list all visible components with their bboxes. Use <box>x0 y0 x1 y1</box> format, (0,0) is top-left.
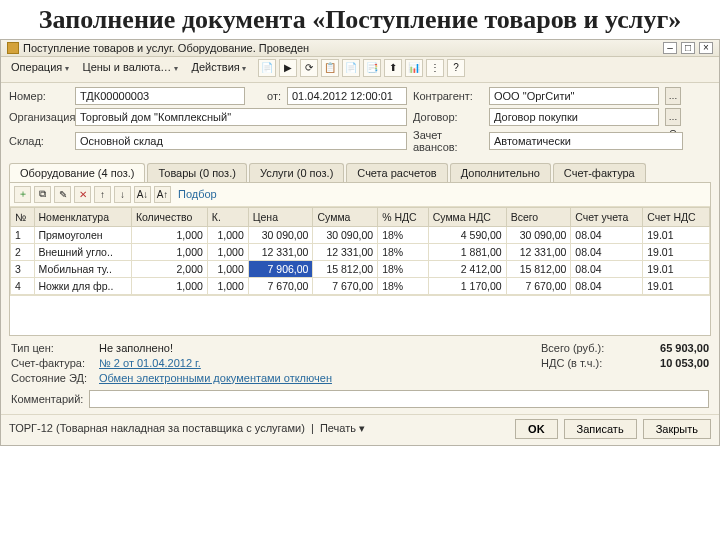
col-sumnds[interactable]: Сумма НДС <box>428 207 506 226</box>
cell[interactable]: 1,000 <box>131 226 207 243</box>
toolbar-icon[interactable]: 📑 <box>363 59 381 77</box>
cell[interactable]: 2 412,00 <box>428 260 506 277</box>
col-total[interactable]: Всего <box>506 207 571 226</box>
save-button[interactable]: Записать <box>564 419 637 439</box>
cell[interactable]: 1 170,00 <box>428 277 506 294</box>
contragent-lookup-button[interactable]: …Q <box>665 87 681 105</box>
cell[interactable]: Ножки для фр.. <box>34 277 131 294</box>
items-grid[interactable]: № Номенклатура Количество К. Цена Сумма … <box>10 207 710 295</box>
cell[interactable]: 15 812,00 <box>313 260 378 277</box>
menu-prices[interactable]: Цены и валюта… <box>77 59 184 80</box>
number-field[interactable]: ТДК00000003 <box>75 87 245 105</box>
ed-link[interactable]: Обмен электронными документами отключен <box>99 372 709 384</box>
cell[interactable]: 08.04 <box>571 260 643 277</box>
cell[interactable]: 08.04 <box>571 226 643 243</box>
toolbar-icon[interactable]: 📄 <box>342 59 360 77</box>
toolbar-icon[interactable]: ⋮ <box>426 59 444 77</box>
toolbar-icon[interactable]: 📋 <box>321 59 339 77</box>
table-row[interactable]: 3Мобильная ту..2,0001,0007 906,0015 812,… <box>11 260 710 277</box>
col-nds[interactable]: % НДС <box>378 207 429 226</box>
cell[interactable]: 12 331,00 <box>313 243 378 260</box>
table-row[interactable]: 4Ножки для фр..1,0001,0007 670,007 670,0… <box>11 277 710 294</box>
col-k[interactable]: К. <box>207 207 248 226</box>
tab-goods[interactable]: Товары (0 поз.) <box>147 163 246 182</box>
cell[interactable]: Прямоуголен <box>34 226 131 243</box>
cell[interactable]: 1,000 <box>131 243 207 260</box>
help-icon[interactable]: ? <box>447 59 465 77</box>
col-price[interactable]: Цена <box>248 207 313 226</box>
toolbar-icon[interactable]: 📊 <box>405 59 423 77</box>
menu-actions[interactable]: Действия <box>186 59 252 80</box>
add-row-icon[interactable]: ＋ <box>14 186 31 203</box>
cell[interactable]: 1,000 <box>207 226 248 243</box>
cell[interactable]: 30 090,00 <box>313 226 378 243</box>
cell[interactable]: 1,000 <box>207 260 248 277</box>
cell[interactable]: 30 090,00 <box>248 226 313 243</box>
cell[interactable]: 08.04 <box>571 277 643 294</box>
col-accnds[interactable]: Счет НДС <box>643 207 710 226</box>
cell[interactable]: 19.01 <box>643 260 710 277</box>
cell[interactable]: 7 670,00 <box>506 277 571 294</box>
org-field[interactable]: Торговый дом "Комплексный" <box>75 108 407 126</box>
cell[interactable]: 30 090,00 <box>506 226 571 243</box>
toolbar-icon[interactable]: ▶ <box>279 59 297 77</box>
cell[interactable]: 1,000 <box>131 277 207 294</box>
pick-link[interactable]: Подбор <box>174 188 221 200</box>
zachet-field[interactable]: Автоматически <box>489 132 683 150</box>
col-n[interactable]: № <box>11 207 35 226</box>
print-template-label[interactable]: ТОРГ-12 (Товарная накладная за поставщик… <box>9 422 365 435</box>
col-qty[interactable]: Количество <box>131 207 207 226</box>
cell[interactable]: 19.01 <box>643 226 710 243</box>
cell[interactable]: 18% <box>378 260 429 277</box>
contract-field[interactable]: Договор покупки <box>489 108 659 126</box>
comment-field[interactable] <box>89 390 709 408</box>
contract-lookup-button[interactable]: …Q <box>665 108 681 126</box>
cell[interactable]: 7 906,00 <box>248 260 313 277</box>
col-sum[interactable]: Сумма <box>313 207 378 226</box>
cell[interactable]: 7 670,00 <box>248 277 313 294</box>
cell[interactable]: 08.04 <box>571 243 643 260</box>
cell[interactable]: 12 331,00 <box>506 243 571 260</box>
cell[interactable]: 18% <box>378 243 429 260</box>
tab-invoice[interactable]: Счет-фактура <box>553 163 646 182</box>
sort-desc-icon[interactable]: A↑ <box>154 186 171 203</box>
delete-row-icon[interactable]: ✕ <box>74 186 91 203</box>
date-field[interactable]: 01.04.2012 12:00:01 <box>287 87 407 105</box>
close-doc-button[interactable]: Закрыть <box>643 419 711 439</box>
contragent-field[interactable]: ООО "ОргСити" <box>489 87 659 105</box>
cell[interactable]: 1,000 <box>207 243 248 260</box>
tab-extra[interactable]: Дополнительно <box>450 163 551 182</box>
cell[interactable]: 1 <box>11 226 35 243</box>
sort-asc-icon[interactable]: A↓ <box>134 186 151 203</box>
cell[interactable]: 4 590,00 <box>428 226 506 243</box>
cell[interactable]: 18% <box>378 226 429 243</box>
toolbar-icon[interactable]: 📄 <box>258 59 276 77</box>
cell[interactable]: 2 <box>11 243 35 260</box>
table-row[interactable]: 2Внешний угло..1,0001,00012 331,0012 331… <box>11 243 710 260</box>
tab-accounts[interactable]: Счета расчетов <box>346 163 447 182</box>
col-nom[interactable]: Номенклатура <box>34 207 131 226</box>
cell[interactable]: 12 331,00 <box>248 243 313 260</box>
cell[interactable]: 1 881,00 <box>428 243 506 260</box>
cell[interactable]: 3 <box>11 260 35 277</box>
maximize-button[interactable]: □ <box>681 42 695 54</box>
cell[interactable]: 7 670,00 <box>313 277 378 294</box>
sklad-field[interactable]: Основной склад <box>75 132 407 150</box>
cell[interactable]: 2,000 <box>131 260 207 277</box>
movedown-icon[interactable]: ↓ <box>114 186 131 203</box>
cell[interactable]: 19.01 <box>643 243 710 260</box>
toolbar-icon[interactable]: ⬆ <box>384 59 402 77</box>
cell[interactable]: Внешний угло.. <box>34 243 131 260</box>
tab-equipment[interactable]: Оборудование (4 поз.) <box>9 163 145 182</box>
toolbar-icon[interactable]: ⟳ <box>300 59 318 77</box>
cell[interactable]: Мобильная ту.. <box>34 260 131 277</box>
cell[interactable]: 19.01 <box>643 277 710 294</box>
close-button[interactable]: × <box>699 42 713 54</box>
copy-row-icon[interactable]: ⧉ <box>34 186 51 203</box>
edit-row-icon[interactable]: ✎ <box>54 186 71 203</box>
moveup-icon[interactable]: ↑ <box>94 186 111 203</box>
minimize-button[interactable]: – <box>663 42 677 54</box>
table-row[interactable]: 1Прямоуголен1,0001,00030 090,0030 090,00… <box>11 226 710 243</box>
cell[interactable]: 1,000 <box>207 277 248 294</box>
col-acc[interactable]: Счет учета <box>571 207 643 226</box>
